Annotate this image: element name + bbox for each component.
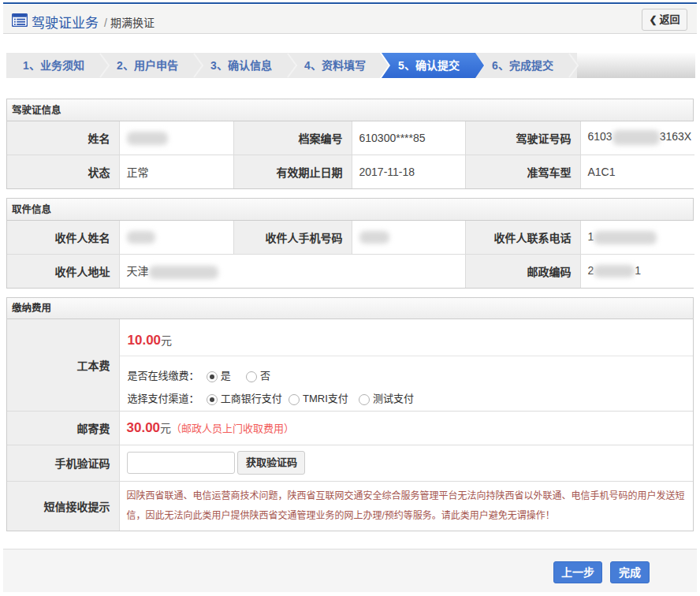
svg-text:1、业务须知: 1、业务须知 [23, 59, 84, 72]
svg-text:3、确认信息: 3、确认信息 [210, 59, 272, 72]
svg-text:6、完成提交: 6、完成提交 [492, 59, 553, 72]
svg-text:5、确认提交: 5、确认提交 [398, 59, 460, 72]
svg-text:4、资料填写: 4、资料填写 [304, 59, 366, 72]
svg-text:2、用户申告: 2、用户申告 [117, 59, 178, 72]
